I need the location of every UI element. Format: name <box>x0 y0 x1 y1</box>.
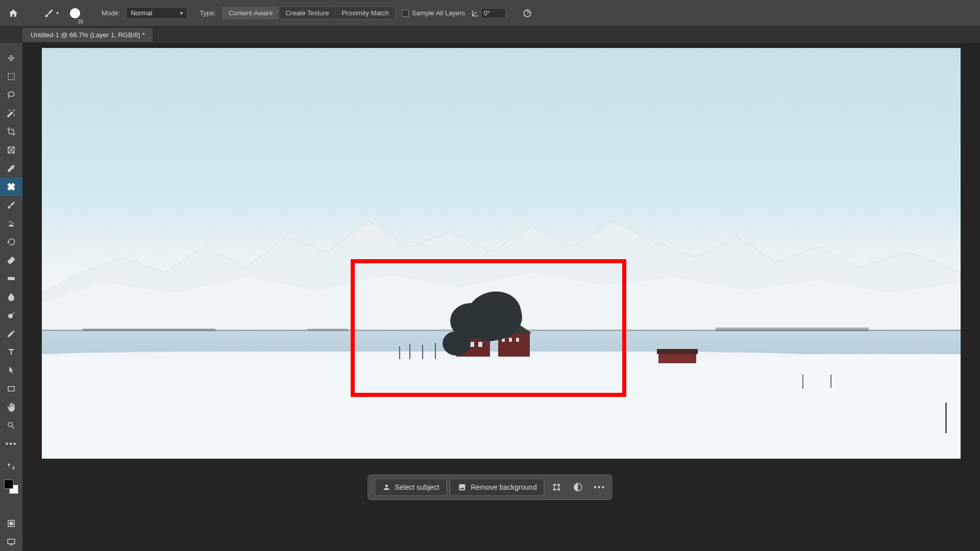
fence-post <box>435 343 436 359</box>
type-content-aware[interactable]: Content-Aware <box>222 7 279 19</box>
type-proximity-match[interactable]: Proximity Match <box>335 7 395 19</box>
svg-point-2 <box>8 92 14 96</box>
history-brush-tool[interactable] <box>0 233 22 251</box>
type-label: Type: <box>200 9 216 17</box>
clone-stamp-tool[interactable] <box>0 214 22 233</box>
svg-rect-7 <box>8 277 15 280</box>
fence-post <box>422 345 423 359</box>
pen-tool[interactable] <box>0 324 22 343</box>
half-circle-icon <box>574 483 583 492</box>
svg-rect-6 <box>9 225 14 227</box>
angle-value[interactable]: 0° <box>481 8 506 18</box>
blend-mode-value: Normal <box>131 9 152 17</box>
person-icon <box>382 483 390 491</box>
rectangle-tool[interactable] <box>0 380 22 398</box>
frame-tool[interactable] <box>0 141 22 159</box>
blur-tool[interactable] <box>0 288 22 306</box>
svg-point-16 <box>558 484 560 486</box>
marquee-tool[interactable] <box>0 67 22 86</box>
type-tool[interactable] <box>0 343 22 361</box>
svg-point-15 <box>554 484 555 486</box>
document-canvas[interactable] <box>42 48 961 459</box>
brush-dot-icon <box>70 8 80 18</box>
transform-button[interactable] <box>548 478 566 496</box>
chevron-down-icon: ▾ <box>56 10 59 16</box>
snow-foreground <box>42 354 961 459</box>
foreground-color[interactable] <box>4 480 13 489</box>
quick-mask-tool[interactable] <box>0 514 22 533</box>
brush-tool[interactable] <box>0 196 22 214</box>
document-tab-bar: Untitled-1 @ 66.7% (Layer 1, RGB/8) * <box>22 27 153 43</box>
document-tab[interactable]: Untitled-1 @ 66.7% (Layer 1, RGB/8) * <box>22 28 153 42</box>
fence-post <box>399 346 400 359</box>
heal-stroke <box>443 331 471 356</box>
select-subject-label: Select subject <box>395 483 439 491</box>
fence-post <box>802 374 803 389</box>
svg-point-17 <box>554 489 555 490</box>
dodge-tool[interactable] <box>0 306 22 324</box>
path-selection-tool[interactable] <box>0 361 22 380</box>
options-toolbar: ▾ 39 Mode: Normal ▾ Type: Content-Aware … <box>0 0 980 27</box>
brush-size-value: 39 <box>78 19 83 24</box>
home-button[interactable] <box>4 4 22 22</box>
gradient-tool[interactable] <box>0 269 22 288</box>
contextual-task-bar: Select subject Remove background ••• <box>368 474 612 500</box>
ellipsis-icon: ••• <box>594 483 605 492</box>
svg-point-11 <box>10 522 13 525</box>
angle-control[interactable]: 0° <box>471 8 506 18</box>
svg-point-18 <box>558 489 560 490</box>
lasso-tool[interactable] <box>0 86 22 104</box>
transform-icon <box>552 483 561 492</box>
brush-preset-picker[interactable]: ▾ <box>44 8 59 18</box>
checkbox-icon <box>402 10 409 17</box>
blend-mode-select[interactable]: Normal ▾ <box>126 7 187 19</box>
eyedropper-tool[interactable] <box>0 159 22 178</box>
hand-tool[interactable] <box>0 398 22 416</box>
zoom-tool[interactable] <box>0 416 22 435</box>
screen-mode-tool[interactable] <box>0 533 22 551</box>
move-tool[interactable] <box>0 49 22 67</box>
more-tools[interactable]: ••• <box>0 435 22 453</box>
brush-size-preview[interactable]: 39 <box>70 8 80 18</box>
sample-all-label: Sample All Layers <box>412 9 465 17</box>
heal-stroke <box>491 298 517 326</box>
color-swatches[interactable] <box>4 480 18 494</box>
eraser-tool[interactable] <box>0 251 22 269</box>
document-tab-title: Untitled-1 @ 66.7% (Layer 1, RGB/8) * <box>31 31 144 39</box>
healing-brush-tool[interactable] <box>0 178 22 196</box>
svg-rect-12 <box>8 539 15 544</box>
angle-icon <box>471 9 479 17</box>
magic-wand-tool[interactable] <box>0 104 22 122</box>
fence-post <box>830 374 831 388</box>
mode-label: Mode: <box>102 9 120 17</box>
chevron-down-icon: ▾ <box>180 10 183 16</box>
more-actions-button[interactable]: ••• <box>591 478 609 496</box>
sample-all-layers-checkbox[interactable]: Sample All Layers <box>402 9 465 17</box>
svg-rect-9 <box>8 387 14 391</box>
heal-type-group: Content-Aware Create Texture Proximity M… <box>222 7 396 19</box>
crop-tool[interactable] <box>0 122 22 141</box>
swap-colors-icon[interactable] <box>0 457 22 475</box>
fence-post <box>945 403 947 433</box>
pressure-settings-icon[interactable] <box>522 8 532 18</box>
fence-post <box>409 344 410 359</box>
tools-panel: ••• <box>0 43 22 551</box>
adjustment-button[interactable] <box>569 478 587 496</box>
brush-icon <box>44 8 54 18</box>
remove-background-label: Remove background <box>471 483 536 491</box>
type-create-texture[interactable]: Create Texture <box>279 7 335 19</box>
svg-rect-1 <box>8 73 14 80</box>
remove-background-button[interactable]: Remove background <box>450 479 544 496</box>
image-icon <box>457 483 467 491</box>
divider <box>371 480 372 494</box>
select-subject-button[interactable]: Select subject <box>375 479 447 496</box>
